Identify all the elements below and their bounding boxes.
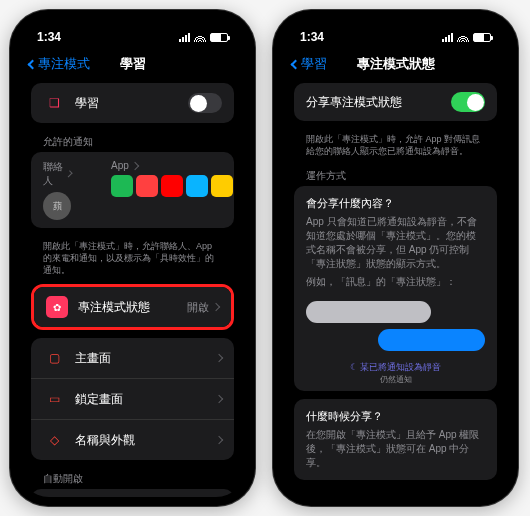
chevron-right-icon: [215, 436, 223, 444]
name-appearance-row[interactable]: ◇ 名稱與外觀: [31, 419, 234, 460]
notch: [346, 19, 446, 41]
chevron-right-icon: [215, 354, 223, 362]
back-button[interactable]: 學習: [292, 55, 327, 73]
app-icon: [186, 175, 208, 197]
notify-anyway[interactable]: 仍然通知: [306, 374, 485, 385]
row-label: 名稱與外觀: [75, 432, 216, 449]
phone-right: 1:34 學習 專注模式狀態 分享專注模式狀態 開啟此「專注模式」時，允許 Ap…: [273, 10, 518, 506]
wifi-icon: [457, 33, 469, 42]
bubble-blue: [378, 329, 485, 351]
question-2: 什麼時候分享？: [306, 409, 485, 424]
back-label: 專注模式: [38, 55, 90, 73]
share-footer: 開啟此「專注模式」時，允許 App 對傳訊息給您的聯絡人顯示您已將通知設為靜音。: [294, 129, 497, 165]
chevron-left-icon: [28, 59, 38, 69]
contacts-section[interactable]: 聯絡人 蘋: [43, 160, 71, 220]
auto-header: 自動開啟: [31, 468, 234, 489]
back-button[interactable]: 專注模式: [29, 55, 90, 73]
nav-title: 專注模式狀態: [357, 55, 435, 73]
row-label: 專注模式狀態: [78, 299, 187, 316]
battery-icon: [210, 33, 228, 42]
focus-name-row[interactable]: ❑ 學習: [31, 83, 234, 123]
back-label: 學習: [301, 55, 327, 73]
how-header: 運作方式: [294, 165, 497, 186]
nav-title: 學習: [120, 55, 146, 73]
share-label: 分享專注模式狀態: [306, 94, 451, 111]
nav-bar: 專注模式 學習: [19, 49, 246, 79]
smart-activation-row[interactable]: 智慧型啟用 視時間開啟 開啟: [31, 489, 234, 497]
notch: [83, 19, 183, 41]
appearance-icon: ◇: [43, 429, 65, 451]
focus-toggle[interactable]: [188, 93, 222, 113]
chevron-left-icon: [291, 59, 301, 69]
app-icons: [111, 175, 233, 197]
focus-name: 學習: [75, 95, 188, 112]
home-screen-row[interactable]: ▢ 主畫面: [31, 338, 234, 378]
contact-avatar: 蘋: [43, 192, 71, 220]
status-icon: ✿: [46, 296, 68, 318]
chevron-right-icon: [131, 161, 139, 169]
app-icon: [211, 175, 233, 197]
chevron-right-icon: [65, 170, 72, 177]
apps-section[interactable]: App: [111, 160, 233, 220]
share-toggle[interactable]: [451, 92, 485, 112]
explanation-card-2: 什麼時候分享？ 在您開啟「專注模式」且給予 App 權限後，「專注模式」狀態可在…: [294, 399, 497, 480]
app-icon: [161, 175, 183, 197]
lock-screen-row[interactable]: ▭ 鎖定畫面: [31, 378, 234, 419]
wifi-icon: [194, 33, 206, 42]
paragraph: 例如，「訊息」的「專注狀態」：: [306, 275, 485, 289]
app-icon: [136, 175, 158, 197]
contacts-label: 聯絡人: [43, 160, 64, 188]
silenced-indicator: ☾ 某已將通知設為靜音 仍然通知: [306, 359, 485, 385]
study-icon: ❑: [43, 92, 65, 114]
moon-icon: ☾: [350, 362, 361, 372]
chevron-right-icon: [212, 303, 220, 311]
lock-icon: ▭: [43, 388, 65, 410]
row-value: 開啟: [187, 300, 209, 315]
bubble-gray: [306, 301, 431, 323]
chevron-right-icon: [215, 395, 223, 403]
status-time: 1:34: [300, 30, 324, 44]
share-status-row[interactable]: 分享專注模式狀態: [294, 83, 497, 121]
paragraph: 在您開啟「專注模式」且給予 App 權限後，「專注模式」狀態可在 App 中分享…: [306, 428, 485, 470]
paragraph: App 只會知道已將通知設為靜音，不會知道您處於哪個「專注模式」。您的模式名稱不…: [306, 215, 485, 271]
row-label: 鎖定畫面: [75, 391, 216, 408]
explanation-card-1: 會分享什麼內容？ App 只會知道已將通知設為靜音，不會知道您處於哪個「專注模式…: [294, 186, 497, 391]
allow-footer: 開啟此「專注模式」時，允許聯絡人、App 的來電和通知，以及標示為「具時效性」的…: [31, 236, 234, 284]
question-1: 會分享什麼內容？: [306, 196, 485, 211]
home-icon: ▢: [43, 347, 65, 369]
row-label: 主畫面: [75, 350, 216, 367]
apps-label: App: [111, 160, 129, 171]
allow-header: 允許的通知: [31, 131, 234, 152]
highlight-box: ✿ 專注模式狀態 開啟: [31, 284, 234, 330]
app-icon: [111, 175, 133, 197]
battery-icon: [473, 33, 491, 42]
status-time: 1:34: [37, 30, 61, 44]
focus-status-row[interactable]: ✿ 專注模式狀態 開啟: [34, 287, 231, 327]
phone-left: 1:34 專注模式 學習 ❑ 學習 允許的通知: [10, 10, 255, 506]
nav-bar: 學習 專注模式狀態: [282, 49, 509, 79]
message-preview: [306, 293, 485, 359]
